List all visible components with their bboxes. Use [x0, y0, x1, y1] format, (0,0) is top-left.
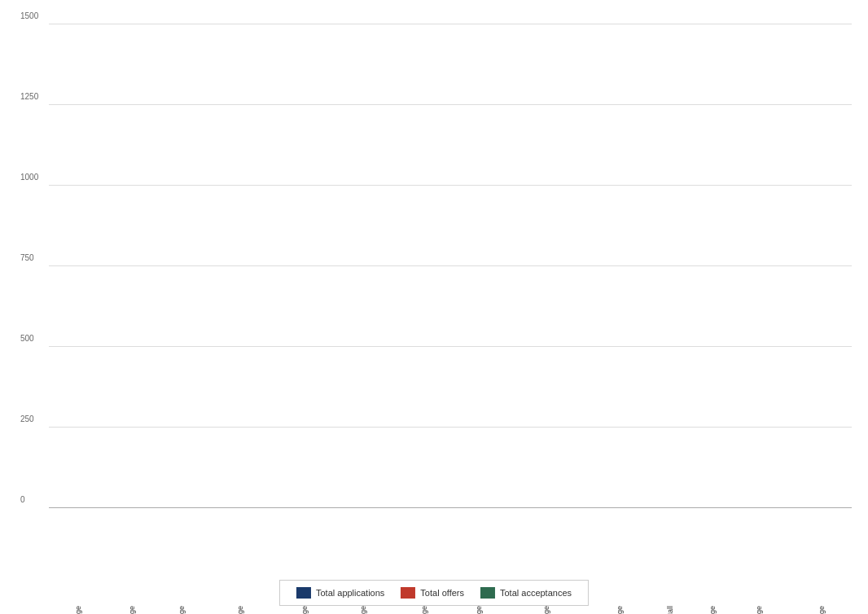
x-label-item: Churchill College	[100, 602, 156, 614]
axis-line	[49, 507, 852, 508]
x-label-text: Corpus Christi College	[236, 606, 244, 614]
grid-label: 750	[20, 253, 34, 262]
x-label-text: Downing College	[300, 606, 309, 614]
legend-item: Total offers	[401, 587, 464, 599]
x-label-text: Girton College	[475, 606, 483, 614]
x-label-item: Hughes Hall	[646, 602, 686, 614]
x-label-item: Jesus College	[686, 602, 732, 614]
legend-label: Total acceptances	[500, 588, 572, 598]
legend-item: Total acceptances	[480, 587, 572, 599]
x-label-item: Homerton College	[586, 602, 646, 614]
grid-label: 1250	[20, 92, 38, 101]
x-label-item: Corpus Christi College	[199, 602, 273, 614]
grid-label: 1000	[20, 173, 38, 182]
legend: Total applicationsTotal offersTotal acce…	[279, 580, 589, 606]
grid-label: 1500	[20, 11, 38, 20]
legend-color-box	[296, 587, 311, 599]
legend-label: Total applications	[316, 588, 384, 598]
legend-color-box	[480, 587, 495, 599]
bars-area	[49, 24, 852, 508]
x-label-text: Emmanuel College	[359, 606, 367, 614]
x-label-item: King's College	[731, 602, 778, 614]
x-label-item: Magdalene College	[857, 602, 868, 614]
chart-area: 0250500750100012501500 Christ's CollegeC…	[49, 24, 852, 508]
x-label-text: Churchill College	[128, 606, 136, 614]
x-label-text: Jesus College	[708, 606, 717, 614]
x-label-text: Lucy Cavendish College	[818, 606, 826, 614]
x-label-item: Clare College	[156, 602, 200, 614]
x-label-item: Lucy Cavendish College	[778, 602, 857, 614]
x-label-text: Gonville and Caius College	[542, 606, 550, 614]
grid-label: 250	[20, 414, 34, 423]
chart-container: 0250500750100012501500 Christ's CollegeC…	[0, 0, 868, 614]
x-label-text: Hughes Hall	[665, 606, 673, 614]
grid-label: 500	[20, 334, 34, 343]
x-label-text: Christ's College	[74, 606, 82, 614]
x-label-text: King's College	[755, 606, 763, 614]
x-label-text: Clare College	[178, 606, 186, 614]
legend-label: Total offers	[420, 588, 464, 598]
legend-item: Total applications	[296, 587, 384, 599]
grid-label: 0	[20, 495, 25, 504]
legend-color-box	[401, 587, 415, 599]
x-label-text: Homerton College	[616, 606, 624, 614]
x-label-text: Fitzwilliam College	[421, 606, 429, 614]
x-label-item: Christ's College	[49, 602, 100, 614]
